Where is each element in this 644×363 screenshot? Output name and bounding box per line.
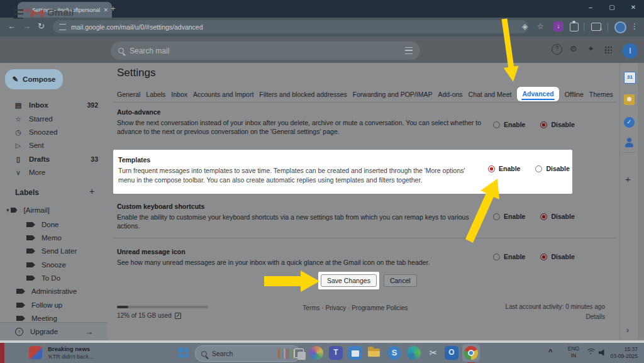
enable-label: Enable	[499, 165, 520, 172]
tab-accounts-and-import[interactable]: Accounts and Import	[193, 91, 253, 98]
enable-radio[interactable]: Enable	[493, 253, 525, 260]
tab-filters[interactable]: Filters and blocked addresses	[259, 91, 347, 98]
sidebar-item-snoozed[interactable]: ◷ Snoozed	[0, 126, 107, 138]
collapse-panel-icon[interactable]: ›	[626, 326, 629, 335]
tasks-icon[interactable]: ✓	[624, 117, 635, 128]
manage-storage-icon[interactable]	[175, 313, 181, 319]
details-link[interactable]: Details	[586, 313, 605, 320]
tab-close-icon[interactable]: ✕	[103, 7, 108, 13]
copilot-icon[interactable]	[309, 346, 323, 360]
forward-icon[interactable]: →	[23, 21, 31, 31]
widget-edge-strip	[0, 343, 4, 363]
address-bar[interactable]: mail.google.com/mail/u/0/#settings/advan…	[53, 20, 528, 33]
compose-button[interactable]: ✎ Compose	[5, 69, 63, 89]
tab-chat-and-meet[interactable]: Chat and Meet	[469, 91, 512, 98]
keep-icon[interactable]	[624, 94, 635, 105]
task-view-button[interactable]	[294, 349, 304, 358]
taskbar-search[interactable]: Search	[195, 345, 301, 362]
tab-general[interactable]: General	[117, 91, 140, 98]
tab-advanced-active[interactable]: Advanced	[517, 87, 558, 101]
radio-circle-icon	[540, 213, 547, 220]
skype-icon[interactable]: S	[387, 346, 401, 360]
maximize-button[interactable]: ▢	[605, 4, 619, 11]
disable-radio[interactable]: Disable	[540, 213, 574, 220]
label-name: Meeting	[31, 315, 57, 322]
close-button[interactable]: ✕	[626, 4, 640, 11]
sidebar-label-snooze[interactable]: Snooze	[0, 259, 107, 271]
screenshot-tool-icon[interactable]	[591, 23, 601, 31]
tray-chevron-icon[interactable]: ^	[548, 348, 552, 355]
microsoft-store-icon[interactable]	[348, 346, 362, 360]
chrome-icon-active[interactable]	[462, 344, 480, 362]
minimize-button[interactable]: –	[584, 4, 597, 11]
bookmark-star-icon[interactable]: ☆	[537, 22, 544, 31]
disable-radio[interactable]: Disable	[540, 121, 574, 128]
settings-gear-icon[interactable]: ⚙	[570, 44, 577, 53]
site-info-icon[interactable]	[59, 24, 66, 30]
file-explorer-icon[interactable]	[368, 349, 380, 357]
get-add-ons-icon[interactable]: +	[625, 174, 631, 184]
start-button[interactable]	[179, 348, 189, 358]
language-indicator[interactable]: ENG IN	[564, 345, 584, 359]
sidebar-label-administrative[interactable]: Administrative	[0, 285, 107, 298]
snipping-tool-icon[interactable]: ✂	[426, 346, 440, 360]
help-icon[interactable]: ?	[552, 44, 562, 55]
widgets-news-icon[interactable]	[29, 346, 42, 359]
radio-circle-icon	[540, 121, 547, 128]
tab-forwarding[interactable]: Forwarding and POP/IMAP	[353, 91, 433, 98]
widget-news-subtitle[interactable]: 'KTR didn't back...	[48, 354, 93, 360]
contacts-icon[interactable]	[624, 137, 635, 148]
sidebar-label-follow-up[interactable]: Follow up	[0, 299, 107, 311]
browser-profile-avatar[interactable]	[614, 21, 626, 33]
widget-news-title[interactable]: Breaking news	[48, 345, 90, 352]
scrollbar-track[interactable]	[638, 63, 644, 340]
tab-themes[interactable]: Themes	[589, 91, 613, 98]
edge-icon[interactable]	[407, 346, 421, 360]
cancel-button[interactable]: Cancel	[384, 274, 417, 287]
outlook-icon[interactable]: O	[445, 346, 458, 360]
gemini-icon[interactable]: ✦	[587, 44, 594, 53]
sidebar-item-drafts[interactable]: ▯ Drafts 33	[0, 153, 107, 165]
disable-radio[interactable]: Disable	[535, 165, 569, 172]
browser-menu-icon[interactable]: ⋮	[631, 22, 638, 31]
enable-radio[interactable]: Enable	[493, 213, 525, 220]
save-changes-button[interactable]: Save Changes	[321, 274, 377, 287]
extensions-icon[interactable]	[570, 23, 579, 31]
sidebar-item-inbox[interactable]: ▤ Inbox 392	[0, 99, 107, 111]
calendar-icon[interactable]: 31	[624, 72, 636, 84]
sidebar-item-label: Starred	[29, 115, 53, 123]
clock-date[interactable]: 15:37 03-09-2025	[594, 346, 638, 360]
tab-inbox[interactable]: Inbox	[171, 91, 187, 98]
sidebar-label-send-later[interactable]: Send Later	[0, 245, 107, 257]
section-title: Custom keyboard shortcuts	[117, 203, 614, 210]
sidebar-label-done[interactable]: Done	[0, 218, 107, 231]
back-icon[interactable]: ←	[8, 21, 16, 31]
enable-radio[interactable]: Enable	[488, 165, 520, 172]
google-apps-grid-icon[interactable]	[604, 46, 612, 53]
reading-mode-icon[interactable]: ◈	[522, 22, 528, 31]
sidebar-label-memo[interactable]: Memo	[0, 232, 107, 244]
sidebar-item-sent[interactable]: ▷ Sent	[0, 139, 107, 152]
upgrade-button[interactable]: ↑ Upgrade →	[0, 322, 107, 340]
expand-caret-icon[interactable]: ▾	[6, 207, 9, 213]
search-options-icon[interactable]	[405, 47, 413, 54]
tab-labels[interactable]: Labels	[146, 91, 165, 98]
tab-offline[interactable]: Offline	[565, 91, 584, 98]
unread-count: 392	[87, 101, 98, 109]
search-mail-input[interactable]: Search mail	[111, 42, 420, 60]
new-tab-button[interactable]: +	[111, 4, 116, 13]
reload-icon[interactable]: ↻	[38, 21, 45, 31]
teams-icon[interactable]: T	[329, 346, 343, 360]
enable-radio[interactable]: Enable	[493, 121, 525, 128]
sidebar-item-more[interactable]: ∨ More	[0, 166, 107, 179]
account-avatar[interactable]: I	[623, 43, 638, 59]
sidebar-item-starred[interactable]: ☆ Starred	[0, 113, 107, 125]
disable-radio[interactable]: Disable	[540, 253, 574, 260]
create-label-icon[interactable]: +	[89, 186, 94, 196]
main-menu-icon[interactable]	[14, 9, 23, 19]
sidebar-item-label: Sent	[29, 142, 44, 149]
tab-add-ons[interactable]: Add-ons	[438, 91, 462, 98]
download-extension-icon[interactable]: ↓	[553, 21, 564, 31]
sidebar-label-to-do[interactable]: To Do	[0, 272, 107, 284]
sidebar-label-airmail[interactable]: ▾ [Airmail]	[0, 204, 107, 216]
